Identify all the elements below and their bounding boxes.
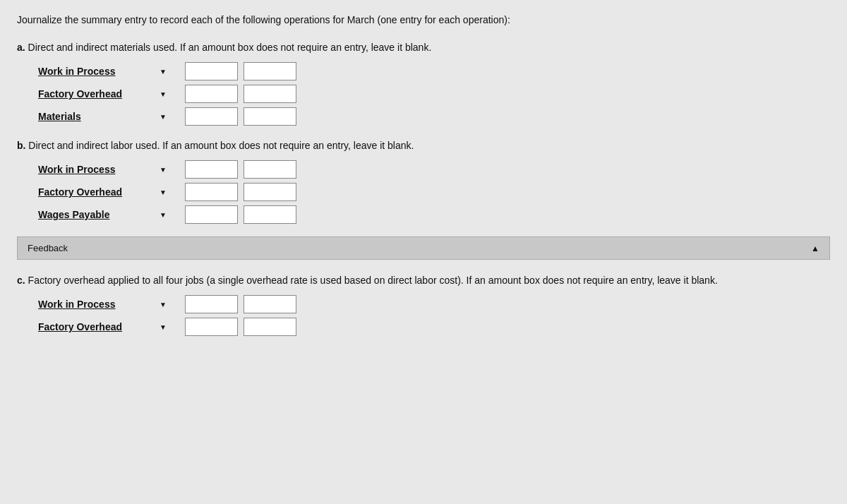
credit-input-c-1[interactable] (244, 295, 296, 313)
section-a: a. Direct and indirect materials used. I… (17, 40, 830, 126)
account-label: Work in Process (38, 164, 158, 175)
table-row: Wages Payable ▼ (38, 205, 830, 224)
account-select-factory-overhead-a[interactable]: Factory Overhead ▼ (38, 88, 179, 100)
account-select-factory-overhead-c[interactable]: Factory Overhead ▼ (38, 321, 179, 332)
account-select-work-in-process-a[interactable]: Work in Process ▼ (38, 66, 179, 77)
table-row: Materials ▼ (38, 107, 830, 126)
section-c-label: c. Factory overhead applied to all four … (17, 272, 830, 288)
account-select-materials-a[interactable]: Materials ▼ (38, 111, 179, 122)
credit-input-b-2[interactable] (244, 183, 296, 201)
dropdown-arrow-icon[interactable]: ▼ (160, 113, 167, 121)
table-row: Work in Process ▼ (38, 295, 830, 313)
account-label: Factory Overhead (38, 186, 158, 198)
account-label: Work in Process (38, 299, 158, 310)
debit-input-c-2[interactable] (185, 318, 238, 336)
credit-input-c-2[interactable] (244, 318, 296, 336)
credit-input-b-1[interactable] (244, 160, 296, 179)
dropdown-arrow-icon[interactable]: ▼ (160, 166, 167, 174)
dropdown-arrow-icon[interactable]: ▼ (160, 68, 167, 76)
table-row: Work in Process ▼ (38, 62, 830, 80)
section-b: b. Direct and indirect labor used. If an… (17, 138, 830, 224)
credit-input-a-1[interactable] (244, 62, 296, 80)
feedback-expand-icon[interactable]: ▲ (811, 244, 819, 253)
account-label: Work in Process (38, 66, 158, 77)
section-a-label: a. Direct and indirect materials used. I… (17, 40, 830, 55)
table-row: Factory Overhead ▼ (38, 183, 830, 201)
dropdown-arrow-icon[interactable]: ▼ (160, 188, 167, 196)
table-row: Work in Process ▼ (38, 160, 830, 179)
page: Journalize the summary entry to record e… (0, 0, 847, 504)
debit-input-c-1[interactable] (185, 295, 238, 313)
section-b-label: b. Direct and indirect labor used. If an… (17, 138, 830, 153)
debit-input-a-1[interactable] (185, 62, 238, 80)
debit-input-b-3[interactable] (185, 205, 238, 224)
account-select-wages-payable-b[interactable]: Wages Payable ▼ (38, 209, 179, 220)
account-select-factory-overhead-b[interactable]: Factory Overhead ▼ (38, 186, 179, 198)
dropdown-arrow-icon[interactable]: ▼ (160, 211, 167, 219)
table-row: Factory Overhead ▼ (38, 85, 830, 103)
section-c-table: Work in Process ▼ Factory Overhead ▼ (38, 295, 830, 336)
debit-input-b-2[interactable] (185, 183, 238, 201)
feedback-label: Feedback (28, 243, 68, 253)
dropdown-arrow-icon[interactable]: ▼ (160, 301, 167, 308)
debit-input-b-1[interactable] (185, 160, 238, 179)
section-b-table: Work in Process ▼ Factory Overhead ▼ Wag… (38, 160, 830, 224)
credit-input-a-3[interactable] (244, 107, 296, 126)
feedback-bar: Feedback ▲ (17, 236, 830, 260)
debit-input-a-2[interactable] (185, 85, 238, 103)
table-row: Factory Overhead ▼ (38, 318, 830, 336)
dropdown-arrow-icon[interactable]: ▼ (160, 90, 167, 98)
account-label: Wages Payable (38, 209, 158, 220)
credit-input-b-3[interactable] (244, 205, 296, 224)
account-select-work-in-process-c[interactable]: Work in Process ▼ (38, 299, 179, 310)
account-label: Factory Overhead (38, 88, 158, 100)
dropdown-arrow-icon[interactable]: ▼ (160, 323, 167, 331)
account-label: Materials (38, 111, 158, 122)
section-a-table: Work in Process ▼ Factory Overhead ▼ Mat… (38, 62, 830, 126)
main-instruction: Journalize the summary entry to record e… (17, 13, 830, 28)
debit-input-a-3[interactable] (185, 107, 238, 126)
account-label: Factory Overhead (38, 321, 158, 332)
credit-input-a-2[interactable] (244, 85, 296, 103)
section-c: c. Factory overhead applied to all four … (17, 272, 830, 336)
account-select-work-in-process-b[interactable]: Work in Process ▼ (38, 164, 179, 175)
